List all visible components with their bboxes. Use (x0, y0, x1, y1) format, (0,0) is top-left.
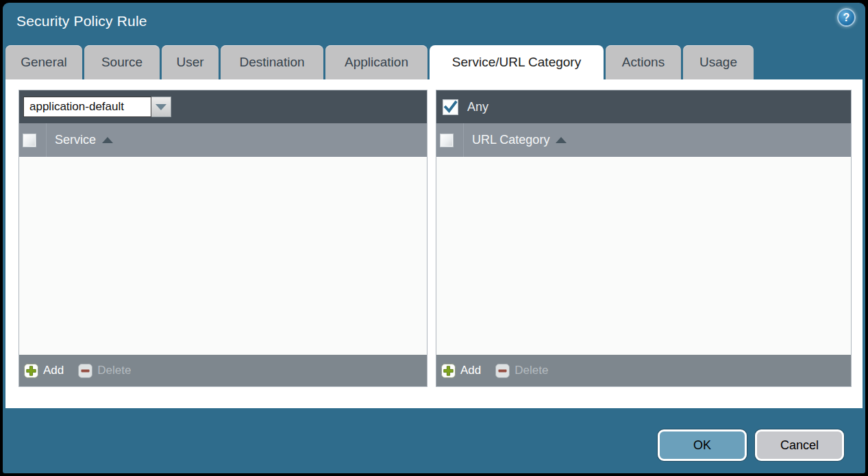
add-icon (441, 364, 456, 378)
tab-general[interactable]: General (5, 45, 82, 79)
url-category-add-button[interactable]: Add (441, 364, 481, 378)
service-type-value[interactable]: application-default (23, 97, 151, 117)
service-add-button[interactable]: Add (24, 364, 64, 378)
delete-icon (495, 364, 510, 378)
add-label: Add (43, 364, 64, 377)
sort-ascending-icon[interactable] (556, 137, 567, 143)
checkmark-icon (443, 100, 458, 114)
help-icon[interactable]: ? (837, 8, 856, 27)
service-type-dropdown[interactable]: application-default (23, 97, 171, 117)
sort-ascending-icon[interactable] (102, 137, 113, 143)
delete-label: Delete (514, 364, 548, 377)
tab-bar: General Source User Destination Applicat… (5, 45, 754, 79)
url-category-column-header: URL Category (436, 123, 851, 157)
url-category-column-label[interactable]: URL Category (472, 133, 549, 147)
cancel-button[interactable]: Cancel (755, 429, 844, 461)
url-category-delete-button[interactable]: Delete (495, 364, 548, 378)
delete-label: Delete (97, 364, 131, 377)
add-label: Add (460, 364, 481, 377)
security-policy-rule-dialog: Security Policy Rule ? General Source Us… (3, 3, 865, 473)
chevron-down-icon (156, 104, 166, 110)
tab-actions[interactable]: Actions (606, 45, 681, 79)
tab-application[interactable]: Application (325, 45, 427, 79)
tab-destination[interactable]: Destination (221, 45, 323, 79)
tab-user[interactable]: User (162, 45, 219, 79)
tab-service-url-category[interactable]: Service/URL Category (430, 45, 604, 79)
tab-usage[interactable]: Usage (683, 45, 754, 79)
dialog-title: Security Policy Rule (16, 13, 147, 29)
url-category-list[interactable] (436, 157, 851, 355)
column-separator (46, 123, 47, 157)
service-panel-header: application-default (19, 90, 427, 123)
service-panel: application-default Service (18, 90, 427, 387)
dropdown-arrow-button[interactable] (151, 97, 171, 117)
any-checkbox[interactable] (443, 99, 458, 115)
service-column-label[interactable]: Service (55, 133, 96, 147)
service-select-all-checkbox[interactable] (23, 134, 36, 147)
service-delete-button[interactable]: Delete (78, 364, 131, 378)
service-column-header: Service (19, 123, 427, 157)
url-category-select-all-checkbox[interactable] (440, 134, 454, 147)
any-label[interactable]: Any (467, 100, 488, 114)
column-separator (463, 123, 464, 157)
add-icon (24, 364, 38, 378)
tab-content: application-default Service (5, 79, 863, 408)
url-category-panel-footer: Add Delete (436, 355, 851, 386)
url-category-panel-header: Any (436, 90, 851, 123)
service-list[interactable] (19, 157, 427, 355)
url-category-panel: Any URL Category Add (436, 90, 852, 387)
ok-button[interactable]: OK (658, 429, 747, 461)
service-panel-footer: Add Delete (19, 355, 427, 386)
tab-source[interactable]: Source (84, 45, 160, 79)
delete-icon (78, 364, 92, 378)
